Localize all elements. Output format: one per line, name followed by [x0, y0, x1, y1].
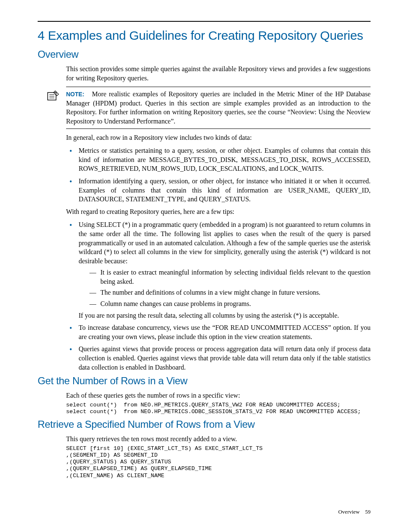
dash-list: It is easier to extract meaningful infor…: [90, 268, 371, 308]
note-rule-bottom: [66, 129, 371, 129]
tips-list: Using SELECT (*) in a programmatic query…: [66, 220, 371, 372]
footer-section: Overview: [338, 509, 360, 515]
list-item: Metrics or statistics pertaining to a qu…: [66, 146, 371, 173]
retrieve-heading: Retrieve a Specified Number of Rows from…: [38, 419, 371, 430]
dash-item: It is easier to extract meaningful infor…: [90, 268, 371, 286]
overview-intro: This section provides some simple querie…: [66, 64, 371, 82]
list-item: Using SELECT (*) in a programmatic query…: [66, 220, 371, 320]
list-item: Queries against views that provide proce…: [66, 344, 371, 372]
note-rule-top: [66, 87, 371, 87]
tip-text: Using SELECT (*) in a programmatic query…: [79, 221, 371, 264]
dash-item: The number and definitions of columns in…: [90, 288, 371, 297]
rows-heading: Get the Number of Rows in a View: [38, 375, 371, 387]
top-rule: [38, 21, 371, 22]
chapter-title: 4 Examples and Guidelines for Creating R…: [38, 28, 371, 43]
note-body-text: More realistic examples of Repository qu…: [66, 90, 371, 125]
rows-code: select count(*) from NEO.HP_METRICS.QUER…: [66, 402, 371, 415]
footer-page: 59: [365, 509, 371, 515]
list-item: Information identifying a query, session…: [66, 177, 371, 204]
page-footer: Overview 59: [338, 509, 371, 515]
note-label: NOTE:: [66, 91, 84, 98]
tips-intro: With regard to creating Repository queri…: [66, 207, 371, 216]
list-item: To increase database concurrency, views …: [66, 323, 371, 341]
rows-intro: Each of these queries gets the number of…: [66, 391, 371, 400]
data-kinds-list: Metrics or statistics pertaining to a qu…: [66, 146, 371, 204]
note-icon: [46, 90, 59, 102]
after-note-text: In general, each row in a Repository vie…: [66, 133, 371, 142]
dash-item: Column name changes can cause problems i…: [90, 299, 371, 308]
note-text: NOTE: More realistic examples of Reposit…: [66, 90, 371, 126]
retrieve-intro: This query retrieves the ten rows most r…: [66, 434, 371, 444]
overview-heading: Overview: [38, 49, 371, 60]
note-block: NOTE: More realistic examples of Reposit…: [66, 87, 371, 129]
retrieve-code: SELECT [first 10] (EXEC_START_LCT_TS) AS…: [66, 445, 371, 479]
tip-after: If you are not parsing the result data, …: [79, 311, 371, 320]
